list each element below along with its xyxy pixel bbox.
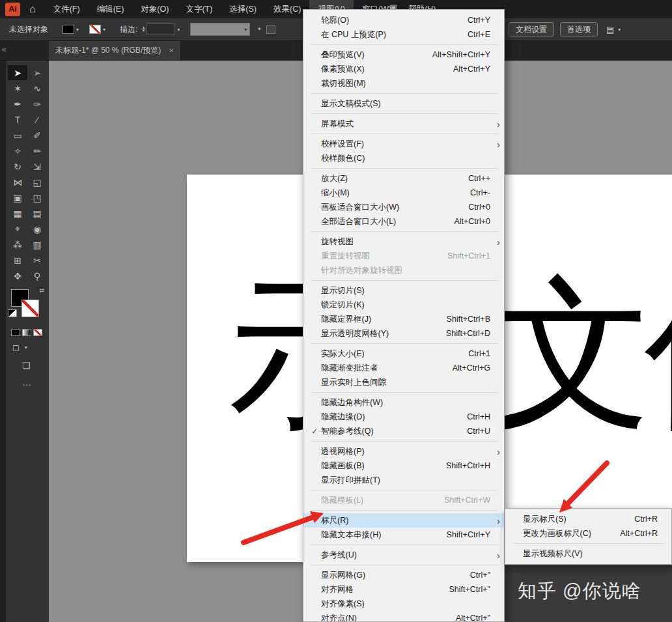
eyedropper-tool[interactable]: ⌖ [8,221,27,236]
view-menu-item-presentation-mode[interactable]: 显示文稿模式(S) [303,96,504,111]
menubar-item-file[interactable]: 文件(F) [45,0,89,18]
stroke-color-swatch[interactable] [89,25,101,34]
menu-item-shortcut: Ctrl+- [470,188,490,197]
view-menu-item-show-grid[interactable]: 显示网格(G)Ctrl+" [303,568,504,582]
menu-item-shortcut: Shift+Ctrl+W [444,496,490,505]
view-menu-item-rotate-view[interactable]: 旋转视图› [303,234,504,249]
view-menu-item-lock-slices[interactable]: 锁定切片(K) [303,298,504,312]
stroke-none-swatch[interactable] [21,300,39,317]
view-menu-item-show-slices[interactable]: 显示切片(S) [303,283,504,298]
view-menu-item-hide-bounding-box[interactable]: 隐藏定界框(J)Shift+Ctrl+B [303,312,504,326]
blend-tool[interactable]: ◉ [27,221,47,236]
lasso-tool[interactable]: ∿ [27,81,47,96]
view-menu-item-overprint-preview[interactable]: 叠印预览(V)Alt+Shift+Ctrl+Y [303,48,504,62]
ruler-submenu-item-show-rulers[interactable]: 显示标尺(S)Ctrl+R [505,512,671,526]
view-menu-item-show-transparency-grid[interactable]: 显示透明度网格(Y)Shift+Ctrl+D [303,326,504,341]
app-logo-icon[interactable]: Ai [5,3,20,16]
perspective-grid-tool[interactable]: ◳ [27,190,47,205]
swap-fill-stroke-icon[interactable]: ⇄ [39,287,44,294]
edit-toolbar-ellipsis-icon[interactable]: … [6,371,49,388]
view-menu-item-proof-setup[interactable]: 校样设置(F)› [303,137,504,151]
variable-width-profile-dropdown[interactable]: ▾ [190,23,250,36]
magic-wand-tool[interactable]: ✶ [8,81,27,96]
view-menu-item-snap-to-pixel[interactable]: 对齐像素(S) [303,597,504,611]
view-menu-item-actual-size[interactable]: 实际大小(E)Ctrl+1 [303,346,504,361]
home-icon[interactable]: ⌂ [29,3,36,15]
artboard-tool[interactable]: ⊞ [8,253,27,268]
view-menu-item-hide-corner-widget[interactable]: 隐藏边角构件(W) [303,395,504,410]
view-menu-item-guides[interactable]: 参考线(U)› [303,548,504,562]
view-menu-item-snap-to-point[interactable]: 对齐点(N)Alt+Ctrl+" [303,611,504,622]
view-menu-item-proof-colors[interactable]: 校样颜色(C) [303,151,504,165]
stepper-arrows-icon[interactable]: ▲▼ [141,26,145,33]
ruler-submenu-item-show-video-rulers[interactable]: 显示视频标尺(V) [505,546,671,561]
change-screen-mode-icon[interactable]: ❏ [6,352,49,371]
type-tool[interactable]: T [8,112,27,127]
hand-tool[interactable]: ✥ [8,268,27,283]
view-menu-item-perspective-grid[interactable]: 透视网格(P)› [303,444,504,459]
selection-tool[interactable]: ➤ [8,65,27,80]
view-menu-item-rulers[interactable]: 标尺(R)› [303,513,504,528]
fill-color-swatch[interactable] [63,25,74,34]
view-menu-item-fit-artboard-in-window[interactable]: 画板适合窗口大小(W)Ctrl+0 [303,200,504,214]
document-tab[interactable]: 未标题-1* @ 50 % (RGB/预览) × [49,40,181,60]
rotate-tool[interactable]: ↻ [8,159,27,174]
slice-tool[interactable]: ✂ [27,253,47,268]
brush-definition-swatch[interactable] [266,25,275,34]
direct-selection-tool[interactable]: ➢ [27,65,47,80]
zoom-tool[interactable]: ⚲ [27,268,47,283]
line-segment-tool[interactable]: ∕ [27,112,47,127]
pen-tool[interactable]: ✒ [8,96,27,111]
pencil-tool[interactable]: ✏ [27,143,47,158]
workspace-switcher[interactable]: ▤ ▾ [606,25,623,35]
preferences-button[interactable]: 首选项 [560,22,598,36]
view-menu-item-hide-artboards[interactable]: 隐藏画板(B)Shift+Ctrl+H [303,459,504,473]
rectangle-tool[interactable]: ▭ [8,128,27,143]
scale-tool[interactable]: ⇲ [27,159,47,174]
view-menu-item-screen-mode[interactable]: 屏幕模式› [303,117,504,131]
view-menu-item-fit-all-in-window[interactable]: 全部适合窗口大小(L)Alt+Ctrl+0 [303,214,504,229]
gradient-tool[interactable]: ▤ [27,206,47,221]
view-menu-item-hide-text-threads[interactable]: 隐藏文本串接(H)Shift+Ctrl+Y [303,528,504,542]
menubar-item-edit[interactable]: 编辑(E) [89,0,133,18]
menubar-item-type[interactable]: 文字(T) [177,0,221,18]
symbol-sprayer-tool[interactable]: ⁂ [8,237,27,252]
stroke-weight-chevron-icon[interactable]: ▾ [177,27,180,33]
default-fill-stroke-icon[interactable] [8,309,17,317]
view-menu-item-smart-guides[interactable]: ✓智能参考线(Q)Ctrl+U [303,424,504,438]
document-setup-button[interactable]: 文档设置 [509,22,554,36]
drawing-mode-control[interactable]: ◻ ▾ [6,336,49,352]
view-menu-item-zoom-out[interactable]: 缩小(M)Ctrl+- [303,186,504,200]
stroke-chevron-icon[interactable]: ▾ [103,27,105,33]
view-menu-item-outline[interactable]: 轮廓(O)Ctrl+Y [303,13,504,27]
shaper-tool[interactable]: ✧ [8,143,27,158]
view-menu-item-pixel-preview[interactable]: 像素预览(X)Alt+Ctrl+Y [303,62,504,76]
collapse-panels-icon[interactable]: « [2,45,7,54]
menubar-item-object[interactable]: 对象(O) [132,0,177,18]
column-graph-tool[interactable]: ▥ [27,237,47,252]
tab-close-icon[interactable]: × [169,46,174,55]
paintbrush-tool[interactable]: ✐ [27,128,47,143]
view-menu-item-show-print-tiling[interactable]: 显示打印拼贴(T) [303,473,504,487]
mesh-tool[interactable]: ▦ [8,206,27,221]
stroke-weight-stepper[interactable]: ▲▼ ▾ [141,23,182,35]
stroke-weight-input[interactable] [147,23,175,35]
view-menu-item-show-live-paint-gaps[interactable]: 显示实时上色间隙 [303,375,504,389]
view-menu-item-snap-to-grid[interactable]: 对齐网格Shift+Ctrl+" [303,582,504,597]
color-button[interactable] [11,329,20,336]
fill-chevron-icon[interactable]: ▾ [76,27,79,33]
ruler-submenu-item-change-to-artboard-rulers[interactable]: 更改为画板标尺(C)Alt+Ctrl+R [505,526,671,541]
view-menu-item-hide-gradient-annotator[interactable]: 隐藏渐变批注者Alt+Ctrl+G [303,361,504,375]
view-menu-item-hide-edges[interactable]: 隐藏边缘(D)Ctrl+H [303,410,504,424]
free-transform-tool[interactable]: ◱ [27,175,47,190]
view-menu-item-trim-view[interactable]: 裁切视图(M) [303,76,504,91]
curvature-tool[interactable]: ✑ [27,96,47,111]
none-button[interactable] [33,329,42,336]
menubar-item-select[interactable]: 选择(S) [221,0,265,18]
width-tool[interactable]: ⋈ [8,175,27,190]
view-menu-item-zoom-in[interactable]: 放大(Z)Ctrl++ [303,171,504,186]
gradient-button[interactable] [22,329,31,336]
shape-builder-tool[interactable]: ▣ [8,190,27,205]
menu-item-label: 画板适合窗口大小(W) [321,202,456,213]
view-menu-item-preview-on-cpu[interactable]: 在 CPU 上预览(P)Ctrl+E [303,27,504,42]
